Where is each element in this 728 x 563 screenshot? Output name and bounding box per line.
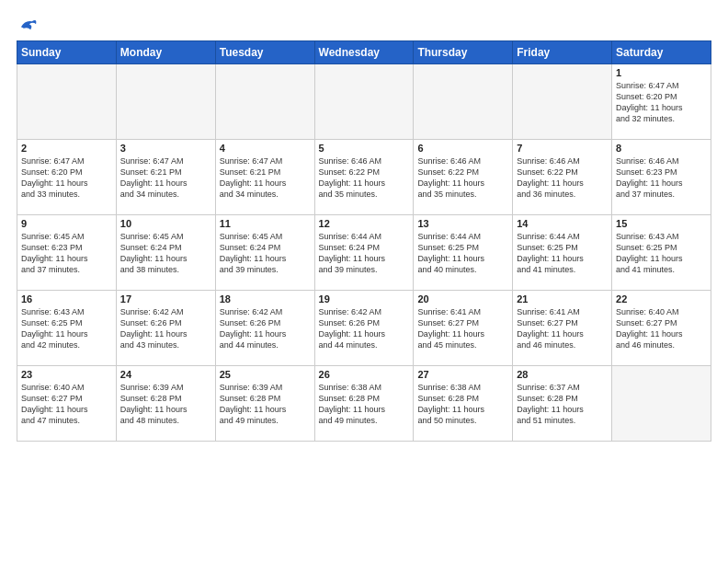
day-info: Sunrise: 6:42 AM Sunset: 6:26 PM Dayligh…	[220, 306, 311, 351]
calendar-cell: 11Sunrise: 6:45 AM Sunset: 6:24 PM Dayli…	[215, 215, 314, 291]
day-info: Sunrise: 6:46 AM Sunset: 6:22 PM Dayligh…	[319, 155, 410, 201]
calendar-cell: 12Sunrise: 6:44 AM Sunset: 6:24 PM Dayli…	[314, 215, 414, 291]
calendar-cell: 6Sunrise: 6:46 AM Sunset: 6:22 PM Daylig…	[414, 140, 513, 215]
calendar-cell: 26Sunrise: 6:38 AM Sunset: 6:28 PM Dayli…	[314, 366, 414, 442]
day-info: Sunrise: 6:47 AM Sunset: 6:20 PM Dayligh…	[616, 80, 707, 125]
day-info: Sunrise: 6:41 AM Sunset: 6:27 PM Dayligh…	[417, 306, 508, 351]
day-number: 25	[220, 369, 311, 380]
day-number: 6	[417, 143, 508, 154]
day-info: Sunrise: 6:47 AM Sunset: 6:21 PM Dayligh…	[120, 155, 211, 201]
calendar-cell	[116, 64, 215, 140]
day-info: Sunrise: 6:47 AM Sunset: 6:20 PM Dayligh…	[21, 155, 112, 201]
day-info: Sunrise: 6:42 AM Sunset: 6:26 PM Dayligh…	[319, 306, 410, 351]
logo	[17, 15, 39, 31]
day-number: 1	[616, 67, 707, 78]
calendar-cell: 25Sunrise: 6:39 AM Sunset: 6:28 PM Dayli…	[215, 366, 314, 442]
calendar-cell: 8Sunrise: 6:46 AM Sunset: 6:23 PM Daylig…	[612, 140, 711, 215]
day-info: Sunrise: 6:40 AM Sunset: 6:27 PM Dayligh…	[616, 306, 707, 351]
day-number: 10	[120, 218, 211, 229]
day-info: Sunrise: 6:38 AM Sunset: 6:28 PM Dayligh…	[319, 382, 410, 427]
day-info: Sunrise: 6:46 AM Sunset: 6:22 PM Dayligh…	[417, 155, 508, 201]
weekday-header-wednesday: Wednesday	[314, 41, 414, 64]
day-info: Sunrise: 6:45 AM Sunset: 6:24 PM Dayligh…	[120, 231, 211, 276]
calendar-table: SundayMondayTuesdayWednesdayThursdayFrid…	[17, 40, 711, 442]
calendar-week-2: 2Sunrise: 6:47 AM Sunset: 6:20 PM Daylig…	[17, 140, 711, 215]
calendar-cell: 28Sunrise: 6:37 AM Sunset: 6:28 PM Dayli…	[513, 366, 612, 442]
day-number: 4	[220, 143, 311, 154]
day-info: Sunrise: 6:46 AM Sunset: 6:22 PM Dayligh…	[517, 155, 608, 201]
calendar-cell: 22Sunrise: 6:40 AM Sunset: 6:27 PM Dayli…	[612, 291, 711, 366]
day-info: Sunrise: 6:45 AM Sunset: 6:23 PM Dayligh…	[21, 231, 112, 276]
day-info: Sunrise: 6:44 AM Sunset: 6:25 PM Dayligh…	[417, 231, 508, 276]
day-info: Sunrise: 6:47 AM Sunset: 6:21 PM Dayligh…	[220, 155, 311, 201]
calendar-week-3: 9Sunrise: 6:45 AM Sunset: 6:23 PM Daylig…	[17, 215, 711, 291]
calendar-cell: 24Sunrise: 6:39 AM Sunset: 6:28 PM Dayli…	[116, 366, 215, 442]
calendar-header-row: SundayMondayTuesdayWednesdayThursdayFrid…	[17, 41, 711, 64]
calendar-cell: 20Sunrise: 6:41 AM Sunset: 6:27 PM Dayli…	[414, 291, 513, 366]
calendar-cell: 16Sunrise: 6:43 AM Sunset: 6:25 PM Dayli…	[17, 291, 117, 366]
weekday-header-monday: Monday	[116, 41, 215, 64]
day-number: 26	[319, 369, 410, 380]
header	[17, 15, 711, 31]
day-number: 24	[120, 369, 211, 380]
calendar-cell: 9Sunrise: 6:45 AM Sunset: 6:23 PM Daylig…	[17, 215, 117, 291]
day-number: 18	[220, 293, 311, 304]
day-number: 21	[517, 293, 608, 304]
calendar-cell: 5Sunrise: 6:46 AM Sunset: 6:22 PM Daylig…	[314, 140, 414, 215]
calendar-cell	[612, 366, 711, 442]
calendar-cell: 17Sunrise: 6:42 AM Sunset: 6:26 PM Dayli…	[116, 291, 215, 366]
day-info: Sunrise: 6:37 AM Sunset: 6:28 PM Dayligh…	[517, 382, 608, 427]
day-number: 27	[417, 369, 508, 380]
day-number: 19	[319, 293, 410, 304]
calendar-cell: 27Sunrise: 6:38 AM Sunset: 6:28 PM Dayli…	[414, 366, 513, 442]
calendar-cell	[513, 64, 612, 140]
day-number: 12	[319, 218, 410, 229]
weekday-header-friday: Friday	[513, 41, 612, 64]
calendar-cell	[17, 64, 117, 140]
calendar-cell: 19Sunrise: 6:42 AM Sunset: 6:26 PM Dayli…	[314, 291, 414, 366]
day-info: Sunrise: 6:40 AM Sunset: 6:27 PM Dayligh…	[21, 382, 112, 427]
calendar-cell: 13Sunrise: 6:44 AM Sunset: 6:25 PM Dayli…	[414, 215, 513, 291]
day-info: Sunrise: 6:44 AM Sunset: 6:25 PM Dayligh…	[517, 231, 608, 276]
day-number: 14	[517, 218, 608, 229]
calendar-week-1: 1Sunrise: 6:47 AM Sunset: 6:20 PM Daylig…	[17, 64, 711, 140]
calendar-cell: 2Sunrise: 6:47 AM Sunset: 6:20 PM Daylig…	[17, 140, 117, 215]
day-info: Sunrise: 6:43 AM Sunset: 6:25 PM Dayligh…	[616, 231, 707, 276]
day-info: Sunrise: 6:45 AM Sunset: 6:24 PM Dayligh…	[220, 231, 311, 276]
day-info: Sunrise: 6:38 AM Sunset: 6:28 PM Dayligh…	[417, 382, 508, 427]
day-number: 20	[417, 293, 508, 304]
day-info: Sunrise: 6:44 AM Sunset: 6:24 PM Dayligh…	[319, 231, 410, 276]
calendar-cell	[215, 64, 314, 140]
day-number: 3	[120, 143, 211, 154]
calendar-cell: 23Sunrise: 6:40 AM Sunset: 6:27 PM Dayli…	[17, 366, 117, 442]
weekday-header-tuesday: Tuesday	[215, 41, 314, 64]
day-number: 7	[517, 143, 608, 154]
day-number: 8	[616, 143, 707, 154]
calendar-week-5: 23Sunrise: 6:40 AM Sunset: 6:27 PM Dayli…	[17, 366, 711, 442]
calendar-cell: 14Sunrise: 6:44 AM Sunset: 6:25 PM Dayli…	[513, 215, 612, 291]
day-number: 11	[220, 218, 311, 229]
weekday-header-sunday: Sunday	[17, 41, 117, 64]
weekday-header-saturday: Saturday	[612, 41, 711, 64]
day-info: Sunrise: 6:41 AM Sunset: 6:27 PM Dayligh…	[517, 306, 608, 351]
day-number: 5	[319, 143, 410, 154]
calendar-week-4: 16Sunrise: 6:43 AM Sunset: 6:25 PM Dayli…	[17, 291, 711, 366]
day-info: Sunrise: 6:39 AM Sunset: 6:28 PM Dayligh…	[120, 382, 211, 427]
calendar-cell: 10Sunrise: 6:45 AM Sunset: 6:24 PM Dayli…	[116, 215, 215, 291]
calendar-cell	[314, 64, 414, 140]
calendar-cell	[414, 64, 513, 140]
day-number: 17	[120, 293, 211, 304]
day-number: 23	[21, 369, 112, 380]
logo-bird-icon	[18, 15, 39, 35]
day-number: 15	[616, 218, 707, 229]
calendar-cell: 18Sunrise: 6:42 AM Sunset: 6:26 PM Dayli…	[215, 291, 314, 366]
calendar-cell: 4Sunrise: 6:47 AM Sunset: 6:21 PM Daylig…	[215, 140, 314, 215]
weekday-header-thursday: Thursday	[414, 41, 513, 64]
calendar-cell: 21Sunrise: 6:41 AM Sunset: 6:27 PM Dayli…	[513, 291, 612, 366]
day-info: Sunrise: 6:43 AM Sunset: 6:25 PM Dayligh…	[21, 306, 112, 351]
day-number: 2	[21, 143, 112, 154]
calendar-cell: 3Sunrise: 6:47 AM Sunset: 6:21 PM Daylig…	[116, 140, 215, 215]
day-number: 13	[417, 218, 508, 229]
calendar-cell: 1Sunrise: 6:47 AM Sunset: 6:20 PM Daylig…	[612, 64, 711, 140]
day-number: 16	[21, 293, 112, 304]
